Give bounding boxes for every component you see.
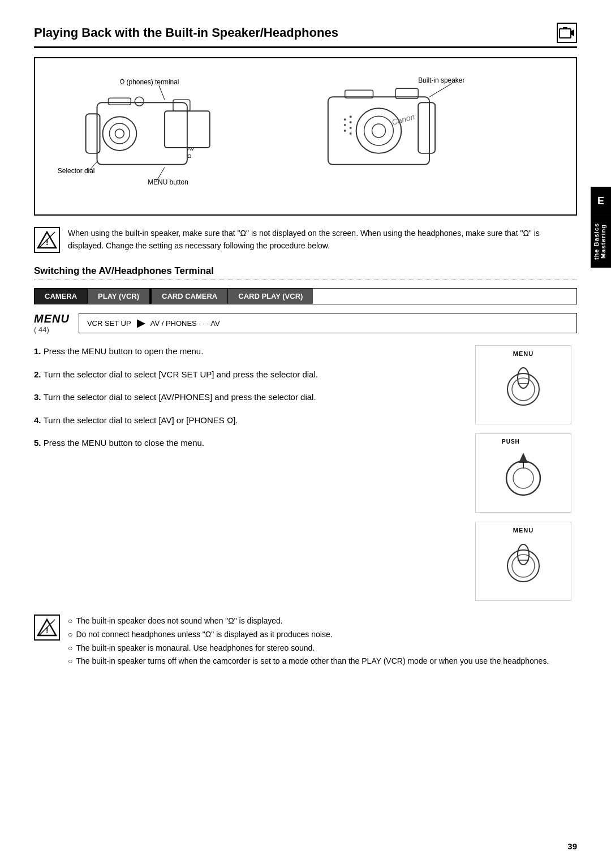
section-heading: Switching the AV/Headphones Terminal [34, 265, 577, 280]
svg-text:Built-in speaker: Built-in speaker [418, 76, 464, 84]
menu-row: MENU ( 44) VCR SET UP ▶ AV / PHONES · · … [34, 312, 577, 334]
bottom-warning: ! ○ The built-in speaker does not sound … [34, 615, 577, 668]
menu-label: MENU [34, 312, 70, 325]
vcr-set-up-label: VCR SET UP [87, 319, 131, 328]
warning-text-top: When using the built-in speaker, make su… [68, 227, 577, 252]
svg-rect-0 [560, 29, 571, 38]
mode-card-camera: CARD CAMERA [152, 289, 228, 304]
svg-point-23 [372, 124, 386, 137]
svg-point-32 [344, 130, 346, 132]
svg-point-21 [356, 108, 402, 153]
svg-point-36 [350, 132, 352, 135]
menu-arrow: ▶ [137, 317, 145, 329]
camera-icon [557, 23, 577, 43]
svg-text:Ω: Ω [187, 153, 191, 159]
svg-point-41 [512, 378, 535, 401]
bullet-2: ○ Do not connect headphones unless "Ω" i… [68, 628, 549, 642]
svg-text:MENU button: MENU button [148, 178, 188, 186]
svg-point-11 [135, 97, 144, 106]
svg-rect-20 [328, 97, 429, 165]
step-image-2: PUSH [475, 433, 571, 513]
steps-images: MENU PUSH [475, 345, 577, 601]
svg-rect-24 [418, 102, 435, 153]
svg-line-15 [159, 85, 165, 100]
av-phones-label: AV / PHONES · · · AV [150, 319, 220, 328]
step-3: 3. Turn the selector dial to select [AV/… [34, 391, 464, 404]
mode-card-play-vcr: CARD PLAY (VCR) [228, 289, 313, 304]
svg-rect-10 [108, 98, 131, 105]
svg-text:Ω (phones) terminal: Ω (phones) terminal [119, 78, 179, 86]
bottom-warning-icon: ! [34, 615, 60, 641]
svg-rect-3 [97, 102, 187, 165]
mode-bar: CAMERA PLAY (VCR) CARD CAMERA CARD PLAY … [34, 288, 577, 304]
bottom-warning-text: ○ The built-in speaker does not sound wh… [68, 615, 549, 668]
step-image-1: MENU [475, 345, 571, 424]
menu-page-ref: ( 44) [34, 325, 70, 334]
warning-box-top: ! When using the built-in speaker, make … [34, 227, 577, 253]
page-container: E Mastering the Basics Playing Back with… [0, 0, 611, 868]
page-number: 39 [567, 841, 577, 851]
mode-play-vcr: PLAY (VCR) [88, 289, 150, 304]
svg-point-31 [344, 124, 346, 126]
steps-list: 1. Press the MENU button to open the men… [34, 345, 464, 601]
step-1: 1. Press the MENU button to open the men… [34, 345, 464, 358]
menu-label-box: MENU ( 44) [34, 312, 70, 334]
step-4: 4. Turn the selector dial to select [AV]… [34, 414, 464, 427]
svg-rect-8 [86, 114, 100, 153]
side-tab-mastering: Mastering the Basics [591, 215, 611, 268]
svg-point-49 [512, 555, 535, 577]
bullet-1: ○ The built-in speaker does not sound wh… [68, 615, 549, 628]
svg-point-5 [109, 123, 130, 144]
svg-point-33 [350, 115, 352, 118]
mode-camera: CAMERA [35, 289, 88, 304]
svg-line-29 [429, 83, 452, 97]
svg-point-22 [364, 116, 394, 145]
bullet-3: ○ The built-in speaker is monaural. Use … [68, 642, 549, 655]
bullet-4: ○ The built-in speaker turns off when th… [68, 655, 549, 668]
side-tab-e: E [591, 187, 611, 215]
menu-content-box: VCR SET UP ▶ AV / PHONES · · · AV [79, 313, 577, 333]
svg-point-6 [115, 129, 124, 138]
step-image-2-label: PUSH [502, 439, 545, 508]
page-title: Playing Back with the Built-in Speaker/H… [34, 23, 577, 48]
step-5: 5. Press the MENU button to close the me… [34, 437, 464, 450]
svg-point-34 [350, 121, 352, 123]
steps-container: 1. Press the MENU button to open the men… [34, 345, 577, 601]
svg-text:AV: AV [187, 145, 195, 152]
step-image-1-label: MENU [513, 350, 533, 357]
svg-rect-2 [563, 27, 567, 29]
step-2: 2. Turn the selector dial to select [VCR… [34, 368, 464, 381]
diagram-box: Selector dial Ω (phones) terminal MENU b… [34, 57, 577, 216]
svg-point-30 [344, 118, 346, 121]
warning-icon-top: ! [34, 227, 60, 253]
step-image-3: MENU [475, 522, 571, 601]
step-image-3-label: MENU [513, 527, 533, 534]
svg-point-4 [103, 117, 137, 151]
svg-point-35 [350, 127, 352, 129]
